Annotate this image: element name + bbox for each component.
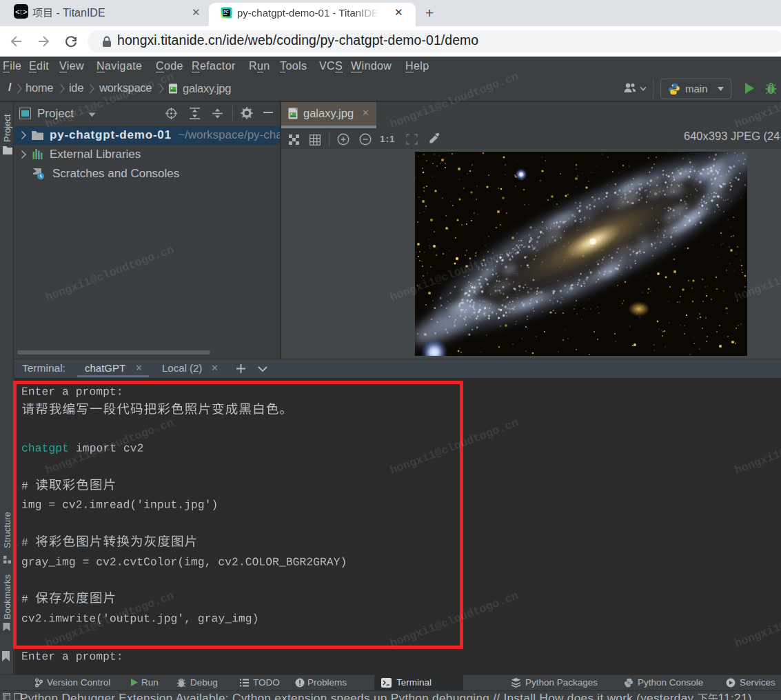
svg-text:PC: PC bbox=[223, 10, 229, 14]
svg-text:<t>: <t> bbox=[15, 8, 27, 17]
